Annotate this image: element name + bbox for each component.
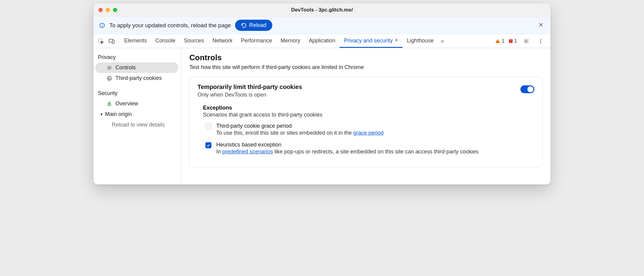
tab-sources[interactable]: Sources (180, 34, 208, 48)
svg-point-18 (107, 76, 111, 80)
cookie-icon (106, 75, 112, 81)
panel-tabs: Elements Console Sources Network Perform… (120, 34, 438, 48)
card-title: Temporarily limit third-party cookies (198, 84, 302, 90)
page-title: Controls (189, 53, 543, 62)
exceptions-sub: Scenarios that grant access to third-par… (203, 112, 534, 118)
sidebar-item-controls[interactable]: Controls (95, 62, 178, 73)
limit-cookies-card: Temporarily limit third-party cookies On… (189, 77, 543, 167)
issue-icon (508, 39, 513, 44)
tab-elements[interactable]: Elements (120, 34, 151, 48)
grace-period-checkbox (205, 123, 211, 130)
toolbar-divider (118, 37, 119, 45)
exception-label: Third-party cookie grace period (216, 123, 383, 129)
sidebar-item-main-origin[interactable]: ▼ Main origin (95, 109, 179, 120)
sidebar-heading-security: Security (94, 88, 181, 98)
tab-performance[interactable]: Performance (237, 34, 276, 48)
sidebar-item-label: Third-party cookies (115, 75, 162, 81)
tab-label: Privacy and security (344, 38, 393, 44)
svg-point-2 (102, 24, 102, 25)
sidebar-item-third-party-cookies[interactable]: Third-party cookies (95, 73, 179, 84)
exception-heuristics: Heuristics based exception In predefined… (203, 142, 534, 155)
main-panel: Controls Test how this site will perform… (181, 48, 550, 184)
tab-close-icon[interactable] (394, 38, 398, 43)
sidebar-item-label: Controls (115, 64, 136, 71)
card-subtitle: Only when DevTools is open (198, 92, 302, 98)
svg-point-21 (109, 79, 109, 79)
reload-button-label: Reload (249, 22, 266, 28)
device-toolbar-icon[interactable] (106, 36, 117, 47)
inspect-element-icon[interactable] (95, 36, 106, 47)
window-title: DevTools - 3pc.glitch.me/ (94, 7, 550, 13)
settings-icon[interactable] (521, 36, 532, 47)
devtools-window: DevTools - 3pc.glitch.me/ To apply your … (93, 3, 551, 185)
sidebar-item-label: Overview (115, 100, 138, 107)
more-options-icon[interactable] (535, 36, 546, 47)
sidebar-item-reload-detail: Reload to view details (95, 120, 179, 130)
warnings-count: 1 (502, 38, 504, 44)
exception-desc: To use this, enroll this site or sites e… (216, 130, 383, 136)
exception-grace-period: Third-party cookie grace period To use t… (203, 123, 534, 136)
svg-point-15 (540, 41, 541, 41)
tab-memory[interactable]: Memory (276, 34, 304, 48)
sidebar: Privacy Controls Third-party cookies Sec… (94, 48, 181, 184)
svg-point-13 (525, 40, 527, 42)
limit-cookies-toggle[interactable] (520, 85, 534, 93)
gear-icon (106, 65, 112, 71)
exception-desc: In predefined scenarios like pop-ups or … (216, 149, 478, 155)
close-infobar-button[interactable] (537, 20, 545, 31)
close-icon (538, 22, 544, 28)
exceptions-section: Exceptions Scenarios that grant access t… (198, 105, 534, 155)
warning-icon (495, 38, 500, 44)
lock-icon (106, 101, 112, 107)
svg-point-14 (540, 39, 541, 40)
sidebar-heading-privacy: Privacy (94, 52, 181, 62)
svg-point-20 (110, 78, 110, 79)
infobar-message: To apply your updated controls, reload t… (109, 22, 231, 29)
svg-point-16 (540, 42, 541, 43)
issues-count: 1 (514, 38, 517, 44)
exception-label: Heuristics based exception (216, 142, 478, 148)
toolbar-right: 1 1 (495, 36, 549, 47)
warnings-indicator[interactable]: 1 (495, 38, 504, 44)
sidebar-item-label: Main origin (105, 111, 132, 117)
sidebar-item-overview[interactable]: Overview (95, 98, 179, 109)
tab-privacy-security[interactable]: Privacy and security (340, 34, 403, 48)
caret-down-icon: ▼ (100, 112, 103, 117)
reload-infobar: To apply your updated controls, reload t… (94, 17, 550, 34)
tab-application[interactable]: Application (304, 34, 340, 48)
tab-console[interactable]: Console (151, 34, 180, 48)
reload-button[interactable]: Reload (235, 20, 272, 31)
gear-icon (523, 38, 529, 44)
issues-indicator[interactable]: 1 (508, 38, 517, 44)
content-area: Privacy Controls Third-party cookies Sec… (94, 48, 550, 184)
grace-period-link[interactable]: grace period (353, 130, 383, 136)
tab-lighthouse[interactable]: Lighthouse (403, 34, 438, 48)
info-icon (99, 22, 105, 28)
panel-toolbar: Elements Console Sources Network Perform… (94, 34, 550, 48)
reload-icon (241, 23, 247, 28)
titlebar: DevTools - 3pc.glitch.me/ (94, 3, 550, 17)
heuristics-checkbox[interactable] (205, 142, 211, 148)
tab-network[interactable]: Network (208, 34, 237, 48)
svg-point-17 (108, 67, 110, 68)
page-subtitle: Test how this site will perform if third… (189, 64, 543, 71)
predefined-scenarios-link[interactable]: predefined scenarios (222, 149, 273, 155)
svg-rect-7 (112, 40, 114, 43)
more-tabs-icon[interactable]: » (438, 38, 447, 44)
svg-point-12 (510, 42, 511, 43)
svg-point-19 (108, 77, 109, 78)
exceptions-heading: Exceptions (203, 105, 534, 111)
svg-point-23 (109, 104, 110, 105)
